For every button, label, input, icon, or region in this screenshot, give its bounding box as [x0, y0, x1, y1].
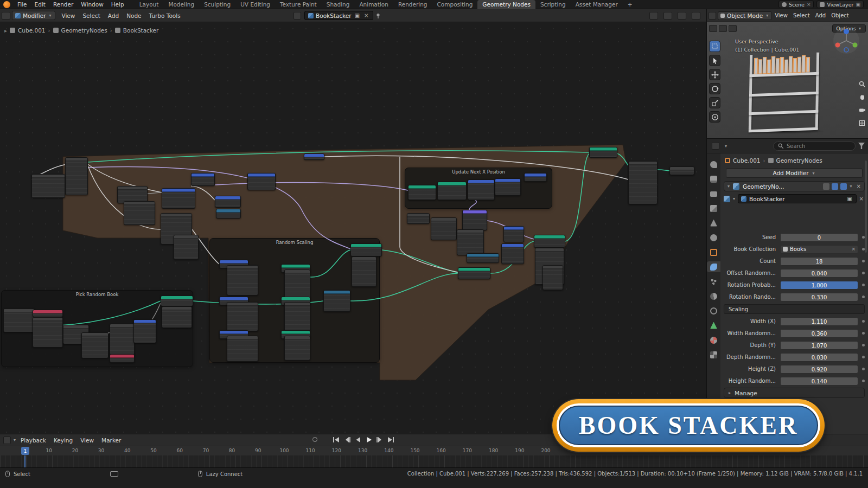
- node-link[interactable]: [324, 156, 628, 179]
- graph-node[interactable]: [352, 256, 376, 287]
- properties-tab-physics[interactable]: [707, 291, 720, 301]
- viewport-menu-view[interactable]: View: [772, 11, 790, 20]
- node-link[interactable]: [350, 273, 458, 301]
- breadcrumb-item[interactable]: Cube.001: [733, 157, 761, 164]
- workspace-tab-modeling[interactable]: Modeling: [163, 0, 199, 9]
- realtime-toggle-icon[interactable]: [832, 183, 838, 190]
- viewport-menu-add[interactable]: Add: [813, 11, 828, 20]
- properties-tab-data[interactable]: [707, 320, 720, 331]
- workspace-tab-rendering[interactable]: Rendering: [393, 0, 432, 9]
- node-link[interactable]: [35, 301, 161, 326]
- viewport-menu-object[interactable]: Object: [828, 11, 852, 20]
- extras-menu-icon[interactable]: ▾: [849, 184, 853, 189]
- menu-view[interactable]: View: [58, 11, 79, 20]
- node-link[interactable]: [88, 164, 162, 192]
- node-link[interactable]: [617, 153, 628, 165]
- node-link[interactable]: [88, 166, 161, 229]
- graph-node[interactable]: [284, 302, 310, 331]
- graph-node[interactable]: [431, 217, 457, 240]
- magnet-icon[interactable]: [663, 12, 672, 20]
- property-value-field[interactable]: 0: [780, 233, 858, 242]
- node-link[interactable]: [35, 322, 63, 330]
- graph-node[interactable]: [81, 332, 108, 358]
- expand-arrow-icon[interactable]: ▾: [726, 184, 731, 189]
- edit-mode-toggle-icon[interactable]: [823, 183, 829, 190]
- graph-node[interactable]: [501, 243, 524, 264]
- graph-node[interactable]: [227, 302, 258, 331]
- timeline-menu-marker[interactable]: Marker: [98, 436, 125, 445]
- move-tool[interactable]: [709, 69, 720, 80]
- animate-decorator-dot[interactable]: [862, 320, 865, 323]
- gizmo-z-axis[interactable]: [844, 29, 849, 34]
- rotate-tool[interactable]: [709, 83, 720, 94]
- animate-decorator-dot[interactable]: [862, 344, 865, 346]
- graph-node[interactable]: [458, 267, 490, 279]
- property-value-field[interactable]: 0.360: [780, 329, 858, 338]
- node-link[interactable]: [490, 241, 534, 273]
- graph-node[interactable]: [408, 185, 436, 200]
- graph-node[interactable]: [284, 336, 310, 361]
- playhead[interactable]: [24, 455, 25, 467]
- graph-node[interactable]: [462, 210, 487, 230]
- graph-node[interactable]: [174, 235, 199, 260]
- workspace-tab-shading[interactable]: Shading: [322, 0, 355, 9]
- graph-node[interactable]: [161, 213, 192, 245]
- graph-node[interactable]: [110, 354, 135, 363]
- collapse-arrow-icon[interactable]: ▸: [4, 28, 7, 34]
- graph-node[interactable]: [281, 264, 310, 273]
- pivot-point-icon[interactable]: [719, 25, 727, 32]
- jump-to-start-button[interactable]: [332, 436, 340, 443]
- workspace-tab-scripting[interactable]: Scripting: [535, 0, 571, 9]
- camera-view-icon[interactable]: [859, 107, 865, 115]
- properties-tab-render[interactable]: [707, 174, 720, 184]
- menu-edit[interactable]: Edit: [31, 0, 49, 9]
- node-link[interactable]: [310, 250, 350, 277]
- properties-tab-output[interactable]: [707, 188, 720, 199]
- filter-icon[interactable]: [858, 143, 865, 149]
- editor-type-icon[interactable]: [709, 12, 716, 20]
- graph-node[interactable]: [65, 157, 88, 195]
- add-modifier-button[interactable]: Add Modifier ▾: [726, 168, 863, 178]
- render-toggle-icon[interactable]: [840, 183, 847, 190]
- graph-node[interactable]: [33, 317, 63, 348]
- properties-tab-constraints[interactable]: [707, 305, 720, 316]
- graph-node[interactable]: [31, 174, 65, 198]
- navigation-gizmo[interactable]: [832, 27, 860, 55]
- breadcrumb-item[interactable]: BookStacker: [123, 27, 159, 34]
- browse-tree-icon[interactable]: [293, 12, 301, 20]
- workspace-tab-uv-editing[interactable]: UV Editing: [235, 0, 275, 9]
- current-frame-badge[interactable]: 1: [21, 447, 29, 455]
- graph-node[interactable]: [161, 296, 193, 306]
- properties-tab-modifiers[interactable]: [707, 261, 720, 272]
- breadcrumb-item[interactable]: GeometryNodes: [61, 27, 107, 34]
- graph-node[interactable]: [33, 310, 63, 317]
- properties-tab-object[interactable]: [707, 247, 720, 258]
- graph-node[interactable]: [219, 330, 248, 339]
- gizmo-y-axis[interactable]: [853, 43, 858, 48]
- workspace-tab-geometry-nodes[interactable]: Geometry Nodes: [477, 0, 535, 9]
- gizmo-x-axis[interactable]: [835, 43, 840, 48]
- next-keyframe-button[interactable]: [375, 436, 384, 443]
- graph-node[interactable]: [216, 209, 241, 219]
- menu-render[interactable]: Render: [49, 0, 77, 9]
- timeline-menu-playback[interactable]: Playback: [17, 436, 50, 445]
- graph-node[interactable]: [117, 186, 148, 203]
- modifier-panel-header[interactable]: ▾ GeometryNo... ▾ ×: [724, 181, 865, 191]
- menu-help[interactable]: Help: [107, 0, 128, 9]
- timeline-menu-keying[interactable]: Keying: [50, 436, 76, 445]
- snap-icon[interactable]: [729, 25, 737, 32]
- animate-decorator-dot[interactable]: [862, 284, 865, 286]
- graph-node[interactable]: [219, 260, 248, 268]
- graph-node[interactable]: [589, 147, 617, 158]
- breadcrumb-item[interactable]: GeometryNodes: [776, 157, 822, 164]
- animate-decorator-dot[interactable]: [862, 356, 865, 358]
- transform-orientation-icon[interactable]: [709, 25, 717, 32]
- property-value-field[interactable]: 1.000: [780, 281, 858, 290]
- auto-key-icon[interactable]: [312, 437, 317, 442]
- menu-node[interactable]: Node: [123, 11, 145, 20]
- node-frame-pick-random-book[interactable]: Pick Random Book: [1, 290, 193, 367]
- viewlayer-selector[interactable]: ViewLayer ▣: [816, 1, 864, 8]
- workspace-tab-layout[interactable]: Layout: [135, 0, 164, 9]
- graph-node[interactable]: [524, 173, 547, 182]
- node-link[interactable]: [89, 332, 110, 338]
